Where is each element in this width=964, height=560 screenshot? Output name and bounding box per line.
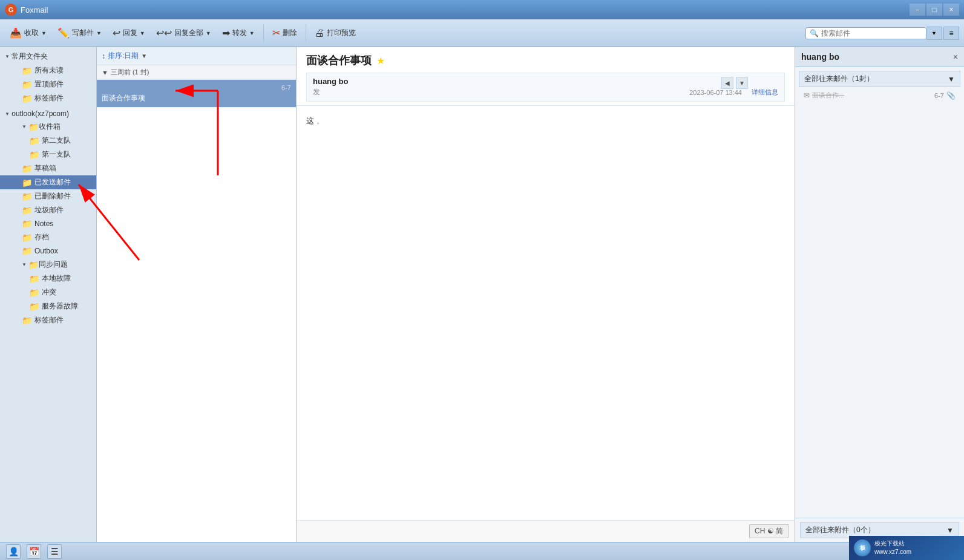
email-content-header: 面谈合作事项 ★ huang bo ◀ ▼ 发 2023-06-07 13:44 <box>297 47 795 106</box>
forward-dropdown-icon[interactable]: ▼ <box>249 30 255 36</box>
email-list-item[interactable]: 6-7 面谈合作事项 <box>97 80 296 108</box>
right-sent-section[interactable]: 全部往来邮件（1封） ▼ <box>799 71 960 87</box>
folder-icon: 📁 <box>29 288 39 298</box>
sidebar-account[interactable]: ▼ outlook(xz7pcom) <box>0 108 96 120</box>
close-button[interactable]: × <box>943 4 959 16</box>
print-preview-button[interactable]: 🖨 打印预览 <box>310 25 361 41</box>
folder-icon: 📁 <box>22 164 32 174</box>
delete-button[interactable]: ✂ 删除 <box>267 25 302 41</box>
send-label: 发 <box>313 87 320 97</box>
maximize-button[interactable]: □ <box>926 4 942 16</box>
meta-time: 2023-06-07 13:44 <box>689 89 742 96</box>
app-title: Foxmail <box>21 5 910 15</box>
sidebar-item-labeled[interactable]: 📁 标签邮件 <box>0 91 96 105</box>
window-controls: － □ × <box>910 4 959 16</box>
sidebar-item-conflicts[interactable]: 📁 冲突 <box>0 285 96 299</box>
calendar-icon: 📅 <box>29 547 39 556</box>
right-email-list-item[interactable]: ✉ 面谈合作... 6-7 📎 <box>799 88 960 102</box>
sidebar-item-all-unread[interactable]: 📁 所有未读 <box>0 63 96 77</box>
reply-dropdown-icon[interactable]: ▼ <box>140 30 145 36</box>
sidebar-item-outbox[interactable]: 📁 Outbox <box>0 244 96 258</box>
contact-name: huang bo <box>801 52 839 62</box>
compose-button[interactable]: ✏️ 写邮件 ▼ <box>53 25 107 41</box>
folder-icon: 📁 <box>29 274 39 284</box>
email-item-header: 6-7 <box>102 83 291 92</box>
sidebar-item-branch1[interactable]: 📁 第一支队 <box>0 148 96 161</box>
menu-icon: ≡ <box>949 29 953 37</box>
sidebar-item-deleted[interactable]: 📁 已删除邮件 <box>0 189 96 203</box>
sidebar-item-server-failures[interactable]: 📁 服务器故障 <box>0 299 96 313</box>
print-icon: 🖨 <box>315 28 324 39</box>
folder-icon: 📁 <box>22 246 32 256</box>
detail-link[interactable]: 详细信息 <box>752 88 778 97</box>
reply-all-button[interactable]: ↩↩ 回复全部 ▼ <box>151 25 216 41</box>
watermark-text: 极光下载站 www.xz7.com <box>874 539 911 556</box>
search-input[interactable] <box>821 29 918 37</box>
app-logo: G <box>5 4 17 16</box>
toolbar-separator-2 <box>306 24 306 42</box>
prev-email-button[interactable]: ◀ <box>721 77 733 89</box>
folder-icon: 📁 <box>29 150 39 160</box>
sort-button[interactable]: 排序:日期 <box>108 51 139 61</box>
sidebar-item-branch2[interactable]: 📁 第二支队 <box>0 134 96 148</box>
email-icon: ✉ <box>804 91 810 100</box>
compose-dropdown-icon[interactable]: ▼ <box>96 30 102 36</box>
email-date: 6-7 <box>281 84 291 91</box>
sort-arrow-icon: ▼ <box>141 53 147 59</box>
sidebar-item-tagged[interactable]: 📁 标签邮件 <box>0 313 96 327</box>
watermark: 极 极光下载站 www.xz7.com <box>849 536 964 560</box>
meta-send-row: 发 2023-06-07 13:44 详细信息 <box>313 87 778 97</box>
sidebar-common-folders[interactable]: ▼ 常用文件夹 <box>0 50 96 63</box>
folder-icon: 📁 <box>29 136 39 146</box>
reply-button[interactable]: ↩ 回复 ▼ <box>108 25 150 41</box>
email-subject: 面谈合作事项 <box>102 93 291 103</box>
meta-nav: ◀ ▼ <box>721 77 748 89</box>
forward-icon: ➡ <box>222 27 230 39</box>
calendar-button[interactable]: 📅 <box>27 544 41 559</box>
forward-button[interactable]: ➡ 转发 ▼ <box>217 25 260 41</box>
folder-icon: 📁 <box>22 316 32 325</box>
sidebar-item-archive[interactable]: 📁 存档 <box>0 230 96 244</box>
sidebar-item-pinned[interactable]: 📁 置顶邮件 <box>0 77 96 91</box>
folder-icon: 📁 <box>28 260 39 270</box>
email-list-body: ▼ 三周前 (1 封) 6-7 面谈合作事项 <box>97 65 296 542</box>
reply-all-dropdown-icon[interactable]: ▼ <box>206 30 211 36</box>
folder-icon: 📁 <box>29 302 39 311</box>
search-dropdown-button[interactable]: ▼ <box>926 27 942 40</box>
sidebar: ▼ 常用文件夹 📁 所有未读 📁 置顶邮件 📁 标签邮件 ▼ outlook(x… <box>0 47 97 542</box>
delete-icon: ✂ <box>272 27 280 39</box>
next-email-button[interactable]: ▼ <box>736 77 748 89</box>
sidebar-sync-issues[interactable]: ▼ 📁 同步问题 <box>0 258 96 272</box>
sidebar-item-local-failures[interactable]: 📁 本地故障 <box>0 272 96 285</box>
email-list-panel: ↕ 排序:日期 ▼ ▼ 三周前 (1 封) 6-7 面谈合作事项 <box>97 47 297 542</box>
expand-icon: ▼ <box>5 111 10 117</box>
people-button[interactable]: 👤 <box>6 544 21 559</box>
right-panel-close-button[interactable]: × <box>953 52 958 62</box>
search-dropdown-arrow-icon: ▼ <box>931 30 937 36</box>
minimize-button[interactable]: － <box>910 4 925 16</box>
receive-icon: 📥 <box>10 27 22 39</box>
folder-icon: 📁 <box>22 80 32 90</box>
folder-icon: 📁 <box>22 66 32 76</box>
receive-dropdown-icon[interactable]: ▼ <box>41 30 47 36</box>
reply-all-icon: ↩↩ <box>156 27 172 39</box>
right-panel-body: 全部往来邮件（1封） ▼ ✉ 面谈合作... 6-7 📎 <box>795 67 964 518</box>
sort-icon: ↕ <box>102 52 105 60</box>
titlebar: G Foxmail － □ × <box>0 0 964 19</box>
sidebar-inbox[interactable]: ▼ 📁 收件箱 <box>0 120 96 134</box>
folder-icon: 📁 <box>22 219 32 229</box>
receive-button[interactable]: 📥 收取 ▼ <box>5 25 51 41</box>
folder-icon: 📁 <box>28 122 39 132</box>
email-title: 面谈合作事项 <box>306 53 372 68</box>
star-icon[interactable]: ★ <box>376 55 385 67</box>
expand-icon: ▼ <box>5 54 10 59</box>
sidebar-item-sent[interactable]: 📁 已发送邮件 <box>0 175 96 189</box>
sidebar-item-notes[interactable]: 📁 Notes <box>0 217 96 230</box>
sidebar-item-junk[interactable]: 📁 垃圾邮件 <box>0 203 96 217</box>
sidebar-item-drafts[interactable]: 📁 草稿箱 <box>0 161 96 175</box>
settings-button[interactable]: ☰ <box>47 544 62 559</box>
email-attachment-icon: 📎 <box>946 91 956 100</box>
right-sent-dropdown-icon: ▼ <box>948 75 955 83</box>
menu-button[interactable]: ≡ <box>943 27 959 40</box>
right-email-date: 6-7 <box>934 92 944 99</box>
